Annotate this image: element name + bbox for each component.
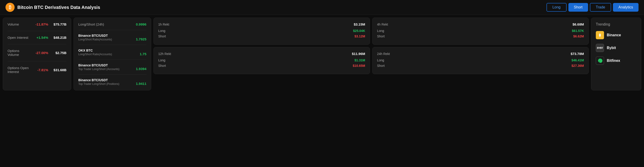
rekt-24h-long: Long $46.41M xyxy=(377,58,584,62)
options-volume-value: $2.75B xyxy=(48,51,66,55)
rekt-24h-short: Short $27.36M xyxy=(377,64,584,68)
bybit-icon: BYBT xyxy=(596,44,604,52)
ls-divider-1 xyxy=(78,45,146,45)
trending-card: Trending Binance BYBT Bybit xyxy=(591,17,641,90)
ls-item-1-info: Binance BTC/USDT Long/Short Ratio(Accoun… xyxy=(78,34,112,41)
rekt-1h-header: 1h Rekt $3.15M xyxy=(158,22,365,26)
rekt-1h-long-value: $25.04K xyxy=(353,29,365,33)
rekt-1h-total: $3.15M xyxy=(354,22,365,26)
binance-label: Binance xyxy=(607,33,621,37)
short-button[interactable]: Short xyxy=(568,3,588,12)
rekt-1h-short-label: Short xyxy=(158,34,166,38)
open-interest-label: Open Interest xyxy=(8,36,30,39)
options-volume-row: Options Volume -27.00% $2.75B xyxy=(8,49,66,57)
ls-item-2-value: 1.75 xyxy=(140,52,146,56)
rekt-24h-short-label: Short xyxy=(377,64,384,68)
rekt-12h-long-label: Long xyxy=(158,58,165,62)
bybit-label: Bybit xyxy=(607,46,616,50)
divider-2 xyxy=(8,44,66,44)
ls-item-1-title: Binance BTC/USDT xyxy=(78,34,112,37)
options-oi-change: -7.81% xyxy=(30,68,48,72)
ls-item-3: Binance BTC/USDT Top Trader Long/Short (… xyxy=(78,63,146,71)
rekt-1h-title: 1h Rekt xyxy=(158,22,169,26)
options-volume-change: -27.00% xyxy=(30,51,48,55)
rekt-4h-long-value: $61.57K xyxy=(572,29,584,33)
rekt-1h-long-label: Long xyxy=(158,29,165,33)
main-content: Volume -11.87% $75.77B Open Interest +1.… xyxy=(0,15,644,93)
rekt-12h-short: Short $10.65M xyxy=(158,64,365,68)
volume-value: $75.77B xyxy=(48,22,66,26)
ls-item-2-title: OKX BTC xyxy=(78,49,112,52)
trending-binance[interactable]: Binance xyxy=(596,31,636,39)
long-short-card: Long/Short (24h) 0.9996 Binance BTC/USDT… xyxy=(74,17,151,90)
volume-row: Volume -11.87% $75.77B xyxy=(8,22,66,26)
long-button[interactable]: Long xyxy=(546,3,566,12)
ls-item-2: OKX BTC Long/Short Ratio(Accounts) 1.75 xyxy=(78,49,146,56)
trending-bybit[interactable]: BYBT Bybit xyxy=(596,44,636,52)
ls-item-3-title: Binance BTC/USDT xyxy=(78,63,120,67)
ls-item-1-subtitle: Long/Short Ratio(Accounts) xyxy=(78,38,112,41)
open-interest-row: Open Interest +1.54% $48.21B xyxy=(8,36,66,39)
rekt-1h-long: Long $25.04K xyxy=(158,29,365,33)
rekt-12h-long: Long $1.31M xyxy=(158,58,365,62)
ls-item-4-value: 1.9411 xyxy=(136,82,146,86)
rekt-1h-short-value: $3.12M xyxy=(354,34,365,38)
open-interest-value: $48.21B xyxy=(48,36,66,39)
rekt-12h-card: 12h Rekt $11.96M Long $1.31M Short $10.6… xyxy=(154,47,370,74)
analytics-button[interactable]: Analytics xyxy=(613,3,638,12)
rekt-row-bottom: 12h Rekt $11.96M Long $1.31M Short $10.6… xyxy=(154,47,589,74)
rekt-4h-long-label: Long xyxy=(377,29,384,33)
nav-buttons: Long Short Trade Analytics xyxy=(546,3,638,12)
rekt-row-top: 1h Rekt $3.15M Long $25.04K Short $3.12M xyxy=(154,17,589,45)
rekt-24h-total: $73.78M xyxy=(571,52,584,56)
ls-item-3-subtitle: Top Trader Long/Short (Accounts) xyxy=(78,68,120,71)
rekt-12h-header: 12h Rekt $11.96M xyxy=(158,52,365,56)
open-interest-change: +1.54% xyxy=(30,36,48,39)
trade-button[interactable]: Trade xyxy=(590,3,611,12)
bitfinex-icon xyxy=(596,57,604,65)
binance-icon xyxy=(596,31,604,39)
btc-icon: ₿ xyxy=(6,3,14,12)
trending-title: Trending xyxy=(596,22,636,26)
rekt-24h-short-value: $27.36M xyxy=(572,64,584,68)
header: ₿ Bitcoin BTC Derivatives Data Analysis … xyxy=(0,0,644,15)
rekt-4h-title: 4h Rekt xyxy=(377,22,388,26)
ls-item-3-value: 1.9394 xyxy=(136,67,146,71)
ls-item-2-info: OKX BTC Long/Short Ratio(Accounts) xyxy=(78,49,112,56)
ls-item-4: Binance BTC/USDT Top Trader Long/Short (… xyxy=(78,78,146,86)
ls-header-label: Long/Short (24h) xyxy=(78,22,104,26)
rekt-12h-total: $11.96M xyxy=(352,52,365,56)
ls-header-row: Long/Short (24h) 0.9996 xyxy=(78,22,146,26)
rekt-12h-title: 12h Rekt xyxy=(158,52,171,56)
page-title: Bitcoin BTC Derivatives Data Analysis xyxy=(17,5,100,10)
options-oi-row: Options Open Interest -7.81% $31.68B xyxy=(8,66,66,74)
rekt-12h-long-value: $1.31M xyxy=(354,58,365,62)
ls-header-value: 0.9996 xyxy=(136,22,146,26)
trending-bitfinex[interactable]: Bitfinex xyxy=(596,57,636,65)
rekt-24h-long-label: Long xyxy=(377,58,384,62)
rekt-cards: 1h Rekt $3.15M Long $25.04K Short $3.12M xyxy=(154,17,589,90)
ls-divider-0 xyxy=(78,30,146,30)
rekt-4h-short-value: $6.62M xyxy=(573,34,584,38)
app-root: ₿ Bitcoin BTC Derivatives Data Analysis … xyxy=(0,0,644,93)
rekt-24h-card: 24h Rekt $73.78M Long $46.41M Short $27.… xyxy=(372,47,589,74)
bitfinex-label: Bitfinex xyxy=(607,59,620,63)
rekt-12h-short-value: $10.65M xyxy=(353,64,365,68)
ls-item-4-info: Binance BTC/USDT Top Trader Long/Short (… xyxy=(78,78,119,86)
rekt-1h-short: Short $3.12M xyxy=(158,34,365,38)
rekt-24h-header: 24h Rekt $73.78M xyxy=(377,52,584,56)
rekt-4h-header: 4h Rekt $6.68M xyxy=(377,22,584,26)
ls-item-3-info: Binance BTC/USDT Top Trader Long/Short (… xyxy=(78,63,120,71)
rekt-1h-card: 1h Rekt $3.15M Long $25.04K Short $3.12M xyxy=(154,17,370,45)
header-left: ₿ Bitcoin BTC Derivatives Data Analysis xyxy=(6,3,100,12)
divider-3 xyxy=(8,61,66,61)
ls-item-4-subtitle: Top Trader Long/Short (Positions) xyxy=(78,82,119,86)
rekt-24h-long-value: $46.41M xyxy=(572,58,584,62)
rekt-4h-long: Long $61.57K xyxy=(377,29,584,33)
rekt-4h-card: 4h Rekt $6.68M Long $61.57K Short $6.62M xyxy=(372,17,589,45)
options-oi-label: Options Open Interest xyxy=(8,66,30,74)
svg-marker-1 xyxy=(599,34,601,36)
rekt-24h-title: 24h Rekt xyxy=(377,52,390,56)
ls-item-2-subtitle: Long/Short Ratio(Accounts) xyxy=(78,53,112,56)
ls-divider-3 xyxy=(78,74,146,75)
